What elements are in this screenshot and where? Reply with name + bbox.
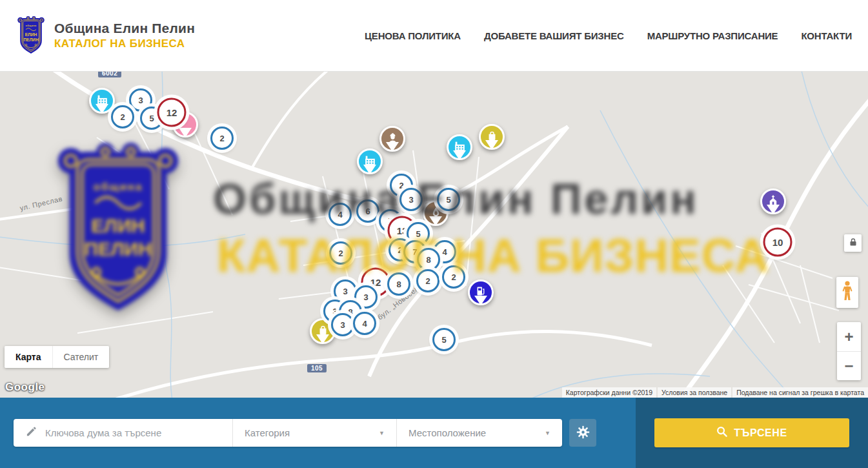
factory-pin[interactable]: [357, 148, 383, 174]
google-logo[interactable]: Google: [5, 381, 45, 394]
map-cluster-marker[interactable]: 12: [157, 98, 187, 127]
church-pin[interactable]: [760, 188, 786, 214]
street-view-pegman-button[interactable]: [836, 277, 858, 308]
map-cluster-marker[interactable]: 2: [210, 127, 234, 150]
pencil-icon: [25, 425, 37, 440]
worker-pin[interactable]: [379, 126, 405, 152]
church-icon: [767, 194, 780, 209]
factory-icon: [96, 93, 109, 109]
map-attribution: Картографски данни ©2019Условия за ползв…: [561, 387, 868, 398]
category-select[interactable]: Категория ▼: [233, 419, 396, 447]
factory-icon: [363, 154, 377, 170]
search-icon: [716, 426, 727, 440]
search-input-group: Категория ▼ Местоположение ▼: [14, 419, 562, 447]
app-header: община ЕЛИН ПЕЛИН Община Елин Пелин КАТА…: [0, 0, 868, 72]
nav-item-pricing[interactable]: ЦЕНОВА ПОЛИТИКА: [365, 30, 461, 41]
map-canvas[interactable]: ул. Преславбул. „Новосел 6002105 3251222…: [0, 72, 868, 398]
chevron-down-icon: ▼: [379, 430, 385, 436]
map-cluster-marker[interactable]: 6: [356, 199, 379, 223]
bag-icon: [317, 324, 329, 339]
road-badge: 105: [307, 364, 327, 372]
advanced-settings-button[interactable]: [569, 419, 596, 447]
map-cluster-marker[interactable]: 2: [416, 269, 439, 292]
map-type-satellite-button[interactable]: Сателит: [52, 346, 110, 368]
bag-pin[interactable]: [479, 124, 505, 150]
svg-text:ПЕЛИН: ПЕЛИН: [23, 37, 39, 42]
factory-icon: [453, 139, 467, 156]
search-bar-left: Категория ▼ Местоположение ▼: [0, 398, 636, 468]
lock-icon: [849, 238, 857, 249]
attribution-link[interactable]: Условия за ползване: [658, 387, 731, 398]
lock-button[interactable]: [844, 234, 862, 252]
brand[interactable]: община ЕЛИН ПЕЛИН Община Елин Пелин КАТА…: [16, 15, 195, 56]
attribution-link[interactable]: Подаване на сигнал за грешка в картата: [732, 387, 868, 398]
worker-icon: [386, 131, 399, 147]
map-cluster-marker[interactable]: 2: [111, 105, 134, 128]
nav-item-route-schedule[interactable]: МАРШРУТНО РАЗПИСАНИЕ: [647, 30, 778, 41]
site-title: Община Елин Пелин: [54, 21, 195, 36]
nav-item-add-business[interactable]: ДОБАВЕТЕ ВАШИЯТ БИЗНЕС: [484, 30, 624, 41]
municipality-crest-logo: община ЕЛИН ПЕЛИН: [16, 15, 46, 56]
map-cluster-marker[interactable]: 3: [331, 313, 354, 336]
map-cluster-marker[interactable]: 4: [353, 312, 376, 335]
search-bar-right: ТЪРСЕНЕ: [636, 398, 868, 468]
location-select[interactable]: Местоположение ▼: [397, 419, 562, 447]
search-button-label: ТЪРСЕНЕ: [734, 427, 787, 439]
road-badge: 6002: [98, 72, 121, 77]
location-select-label: Местоположение: [409, 427, 486, 438]
bag-icon: [486, 130, 498, 145]
map-cluster-marker[interactable]: 2: [442, 265, 465, 289]
factory-pin[interactable]: [89, 88, 115, 114]
search-button[interactable]: ТЪРСЕНЕ: [654, 418, 849, 447]
nav-item-contacts[interactable]: КОНТАКТИ: [801, 30, 852, 41]
map-cluster-marker[interactable]: 5: [432, 328, 456, 351]
map-type-map-button[interactable]: Карта: [5, 346, 52, 368]
map-type-control: Карта Сателит: [5, 346, 109, 368]
main-nav: ЦЕНОВА ПОЛИТИКАДОБАВЕТЕ ВАШИЯТ БИЗНЕСМАР…: [365, 30, 852, 41]
zoom-in-button[interactable]: +: [837, 322, 861, 351]
site-subtitle: КАТАЛОГ НА БИЗНЕСА: [54, 37, 195, 50]
zoom-control: + −: [837, 322, 861, 380]
category-select-label: Категория: [245, 427, 290, 438]
zoom-out-button[interactable]: −: [837, 351, 861, 380]
gear-icon: [576, 425, 590, 441]
svg-text:община: община: [25, 25, 37, 27]
map-cluster-marker[interactable]: 4: [328, 203, 352, 226]
map-cluster-marker[interactable]: 2: [329, 241, 352, 265]
keyword-search-input[interactable]: [45, 427, 232, 438]
map-cluster-marker[interactable]: 5: [437, 188, 460, 211]
map-cluster-marker[interactable]: 8: [387, 272, 410, 296]
factory-pin[interactable]: [447, 134, 472, 160]
attribution-text: Картографски данни ©2019: [562, 387, 656, 398]
map-cluster-marker[interactable]: 8: [417, 248, 440, 271]
keyword-section: [14, 419, 232, 447]
chevron-down-icon: ▼: [545, 430, 550, 436]
fuel-icon: [474, 285, 487, 300]
svg-text:ЕЛИН: ЕЛИН: [25, 32, 37, 37]
pegman-icon: [841, 280, 854, 305]
fuel-pin[interactable]: [468, 280, 494, 305]
map-cluster-marker[interactable]: 10: [763, 228, 792, 257]
map-cluster-marker[interactable]: 3: [399, 188, 423, 211]
search-bar: Категория ▼ Местоположение ▼: [0, 398, 868, 468]
